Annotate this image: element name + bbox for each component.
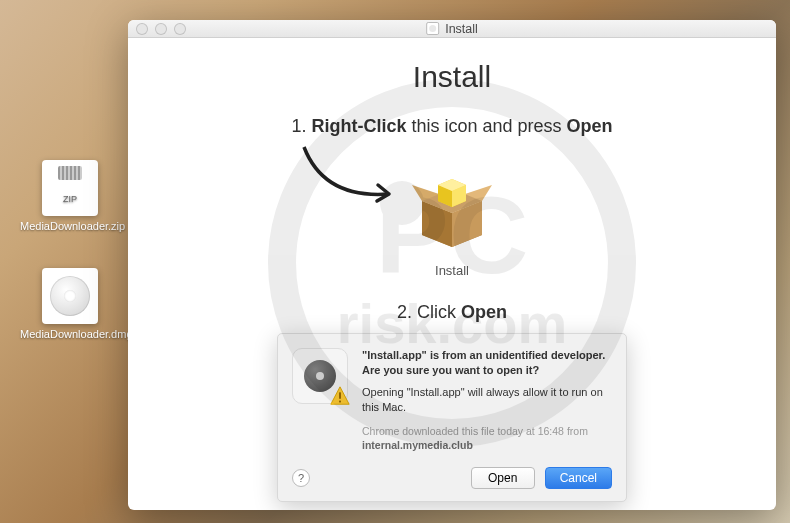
step-2: 2. Click Open (152, 302, 752, 323)
window-titlebar[interactable]: Install (128, 20, 776, 38)
install-window: Install Install 1. Right-Click this icon… (128, 20, 776, 510)
arrow-icon (294, 139, 414, 219)
zoom-icon[interactable] (174, 23, 186, 35)
dialog-title: "Install.app" is from an unidentified de… (362, 348, 612, 379)
step-1: 1. Right-Click this icon and press Open (152, 116, 752, 137)
close-icon[interactable] (136, 23, 148, 35)
gatekeeper-dialog: "Install.app" is from an unidentified de… (277, 333, 627, 502)
package-icon[interactable] (404, 153, 500, 253)
minimize-icon[interactable] (155, 23, 167, 35)
desktop-file-label: MediaDownloader.dmg (20, 328, 120, 340)
help-button[interactable]: ? (292, 469, 310, 487)
app-icon (292, 348, 348, 404)
svg-rect-12 (339, 401, 341, 403)
cancel-button[interactable]: Cancel (545, 467, 612, 489)
disk-icon (426, 22, 439, 35)
dialog-meta: Chrome downloaded this file today at 16:… (362, 424, 612, 439)
desktop-file-zip[interactable]: ZIP MediaDownloader.zip (20, 160, 120, 232)
package-label: Install (152, 263, 752, 278)
dialog-subtitle: Opening "Install.app" will always allow … (362, 385, 612, 416)
zip-icon: ZIP (42, 160, 98, 216)
warning-icon (329, 385, 351, 407)
traffic-lights (136, 23, 186, 35)
dmg-icon (42, 268, 98, 324)
window-content: Install 1. Right-Click this icon and pre… (128, 38, 776, 510)
page-heading: Install (152, 60, 752, 94)
desktop-file-dmg[interactable]: MediaDownloader.dmg (20, 268, 120, 340)
window-title: Install (445, 22, 478, 36)
open-button[interactable]: Open (471, 467, 535, 489)
desktop-file-label: MediaDownloader.zip (20, 220, 120, 232)
dialog-source: internal.mymedia.club (362, 438, 612, 453)
svg-rect-11 (339, 392, 341, 398)
